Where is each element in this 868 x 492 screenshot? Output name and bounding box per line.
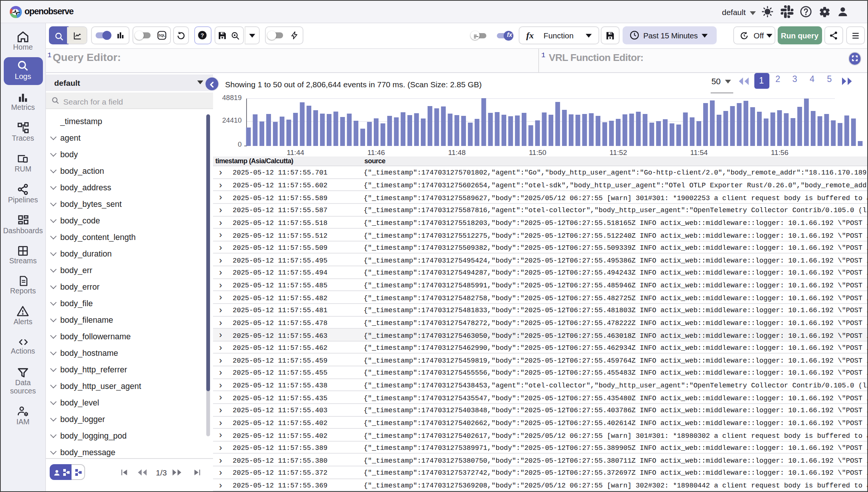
svg-text:SQL: SQL xyxy=(158,33,164,37)
svg-text:?: ? xyxy=(201,32,204,38)
